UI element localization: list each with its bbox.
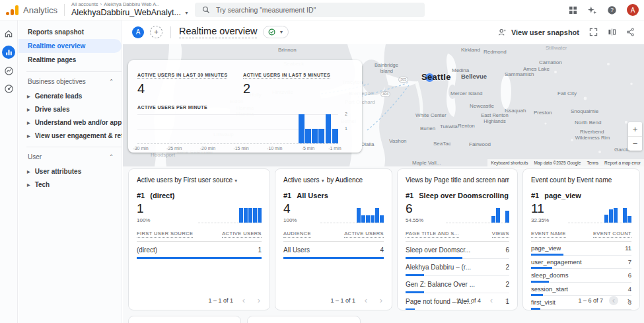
explore-icon[interactable]	[3, 65, 15, 77]
share-icon[interactable]	[626, 28, 635, 36]
property-name[interactable]: AlekhyaDabbiru_WebAnalyt...	[71, 9, 181, 18]
sidebar-item-understand-web-and-or-app-t[interactable]: ▶Understand web and/or app t...	[18, 116, 122, 129]
metric-label[interactable]: Active users	[137, 176, 172, 184]
sidebar-item-reports-snapshot[interactable]: Reports snapshot	[18, 25, 122, 39]
value-column-header[interactable]: ACTIVE USERS	[222, 231, 262, 238]
table-row[interactable]: Sleep over Doomscr...6	[406, 242, 509, 259]
realtime-geo-map[interactable]: BrinnonStillwaterKirklandRedmondCarnatio…	[123, 44, 644, 166]
table-row[interactable]: session_start4	[531, 283, 631, 297]
mini-bar	[623, 208, 627, 223]
active-users-5min-label[interactable]: ACTIVE USERS IN LAST 5 MINUTES	[243, 73, 330, 79]
dimension-column-header[interactable]: PAGE TITLE AND S...	[406, 231, 459, 238]
next-page-icon[interactable]: ›	[254, 296, 264, 305]
value-column-header[interactable]: VIEWS	[492, 231, 509, 238]
prev-page-icon[interactable]: ‹	[239, 296, 248, 305]
active-users-30min-label[interactable]: ACTIVE USERS IN LAST 30 MINUTES	[137, 73, 227, 79]
table-row[interactable]: All Users4	[283, 242, 384, 259]
dimension-label[interactable]: First user source	[184, 176, 233, 184]
value-column-header[interactable]: ACTIVE USERS	[344, 231, 384, 238]
prev-page-icon[interactable]: ‹	[361, 296, 371, 305]
sidebar-item-tech[interactable]: ▶Tech	[18, 178, 122, 191]
data-status-dropdown[interactable]: ▼	[263, 26, 289, 38]
search-input[interactable]: Try searching "measurement ID"	[195, 3, 425, 17]
per-minute-label: ACTIVE USERS PER MINUTE	[137, 105, 207, 110]
table-row[interactable]: (direct)1	[137, 242, 262, 259]
map-attribution-item[interactable]: Report a map error	[604, 161, 641, 165]
map-attribution-item[interactable]: Terms	[587, 161, 598, 165]
collapse-chevron-icon[interactable]: ⌃	[109, 154, 114, 160]
app-header: Analytics All accounts › Alekhya Dabbiru…	[0, 0, 644, 20]
dimension-label[interactable]: Audience	[335, 176, 363, 184]
map-label-olalla: Olalla	[361, 141, 374, 147]
assistant-sparkle-icon[interactable]	[587, 5, 597, 15]
top-percent: 100%	[283, 217, 297, 223]
zoom-in-button[interactable]: +	[628, 122, 642, 137]
advertising-icon[interactable]	[3, 83, 15, 94]
top-percent: 100%	[137, 217, 150, 223]
home-icon[interactable]	[3, 28, 15, 40]
map-attribution-item[interactable]: Keyboard shortcuts	[491, 161, 528, 165]
top-item-name: Sleep over Doomscrolling –...	[419, 192, 509, 199]
minute-bar	[326, 114, 332, 143]
sidebar-item-user-attributes[interactable]: ▶User attributes	[18, 164, 122, 178]
breadcrumb-property[interactable]: Alekhya Dabbiru Web A..	[104, 2, 159, 7]
dimension-column-header[interactable]: EVENT NAME	[531, 231, 566, 238]
add-comparison-button[interactable]: +	[150, 26, 162, 38]
sidebar-item-drive-sales[interactable]: ▶Drive sales	[18, 102, 122, 116]
dimension-label[interactable]: Page title and screen name	[434, 176, 509, 184]
sidebar-item-realtime-overview[interactable]: Realtime overview	[18, 39, 122, 53]
value-column-header[interactable]: EVENT COUNT	[593, 231, 631, 238]
compare-icon[interactable]	[608, 28, 616, 36]
metric-label[interactable]: Active users	[283, 176, 319, 184]
sidebar-item-realtime-pages[interactable]: Realtime pages	[18, 53, 122, 67]
top-percent: 32.35%	[531, 217, 549, 223]
prev-page-icon[interactable]: ‹	[609, 296, 618, 305]
dimension-label[interactable]: Event name	[577, 176, 612, 184]
zoom-out-button[interactable]: −	[628, 137, 642, 151]
fullscreen-icon[interactable]	[589, 28, 598, 36]
active-users-per-minute-chart[interactable]: 2 1 -30 min-25 min-20 min-15 min-10 min-…	[137, 114, 338, 144]
sidebar-item-view-user-engagement-ret[interactable]: ▶View user engagement & ret...	[18, 129, 122, 142]
next-page-icon[interactable]: ›	[376, 296, 386, 305]
table-row[interactable]: Gen Z: Balance Over ...2	[406, 276, 509, 293]
table-row[interactable]: Alekhya Dabbiru – (r...2	[406, 259, 509, 276]
card-page-title-and-screen-name: Views by Page title and screen name#1Sle…	[397, 168, 518, 310]
row-name: Sleep over Doomscr...	[406, 246, 470, 254]
card-title: Views by Page title and screen name	[406, 176, 509, 184]
row-name: Gen Z: Balance Over ...	[406, 281, 475, 288]
row-name: (direct)	[137, 246, 157, 254]
metric-label[interactable]: Views	[406, 176, 423, 184]
breadcrumb-root[interactable]: All accounts	[71, 2, 98, 7]
next-page-icon[interactable]: ›	[624, 296, 633, 305]
comparison-avatar[interactable]: A	[132, 26, 144, 38]
reports-icon[interactable]	[2, 46, 15, 59]
prev-page-icon[interactable]: ‹	[487, 296, 496, 305]
next-page-icon[interactable]: ›	[502, 296, 511, 305]
map-attribution-item[interactable]: Map data ©2025 Google	[534, 161, 581, 165]
dimension-column-header[interactable]: FIRST USER SOURCE	[137, 231, 193, 238]
help-icon[interactable]: ?	[607, 5, 617, 15]
table-row[interactable]: page_view11	[531, 242, 631, 256]
sidebar-section-business-objectives[interactable]: Business objectives⌃	[18, 77, 122, 89]
sidebar-item-generate-leads[interactable]: ▶Generate leads	[18, 89, 122, 102]
table-row[interactable]: genz_vists2	[531, 310, 631, 311]
table-row[interactable]: user_engagement7	[531, 256, 631, 269]
map-label-preston: Preston	[534, 110, 552, 116]
collapse-chevron-icon[interactable]: ⌃	[109, 79, 114, 85]
road-shield-305: 305	[398, 77, 408, 83]
x-tick-10-min: -10 min	[267, 146, 282, 151]
view-user-snapshot-button[interactable]: View user snapshot	[497, 28, 579, 37]
account-switcher[interactable]: All accounts › Alekhya Dabbiru Web A.. A…	[65, 2, 189, 18]
sidebar-section-user[interactable]: User⌃	[18, 152, 122, 164]
ga-logo[interactable]: Analytics	[0, 5, 64, 15]
table-row[interactable]: sleep_dooms6	[531, 269, 631, 283]
minute-bar	[332, 129, 338, 143]
mini-bar	[609, 209, 613, 223]
user-avatar[interactable]: A	[627, 4, 639, 16]
top-value-block: 654.55%	[406, 202, 423, 223]
dimension-column-header[interactable]: AUDIENCE	[283, 231, 311, 238]
page-title[interactable]: Realtime overview	[179, 26, 257, 38]
row-value: 11	[625, 244, 631, 252]
metric-label[interactable]: Event count	[531, 176, 566, 184]
apps-grid-icon[interactable]	[569, 6, 577, 15]
